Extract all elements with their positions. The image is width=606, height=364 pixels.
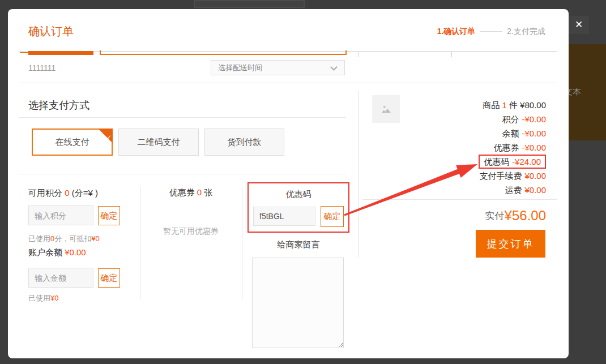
summary-label: 支付手续费 bbox=[479, 171, 522, 181]
total-line: 实付¥56.00 bbox=[359, 208, 546, 224]
coupon-header: 优惠券 0 张 bbox=[140, 187, 242, 198]
points-label: 可用积分 bbox=[28, 188, 62, 198]
pay-method-cod-label: 货到付款 bbox=[228, 137, 262, 147]
step-confirm-order: 1.确认订单 bbox=[437, 27, 476, 36]
summary-value: ¥0.00 bbox=[524, 171, 546, 181]
delivery-time-placeholder: 选择配送时间 bbox=[218, 63, 262, 72]
payment-section-title: 选择支付方式 bbox=[28, 99, 89, 112]
pay-method-cod[interactable]: 货到付款 bbox=[204, 129, 284, 156]
balance-used-note: 已使用¥0 bbox=[28, 293, 58, 303]
coupon-code-input[interactable] bbox=[253, 207, 315, 226]
column-divider bbox=[242, 187, 242, 300]
payment-tabs-divider bbox=[19, 174, 346, 174]
total-value: ¥56.00 bbox=[505, 208, 546, 223]
balance-label-line: 账户余额 ¥0.00 bbox=[28, 247, 86, 258]
goods-price: ¥80.00 bbox=[520, 100, 546, 110]
merchant-message-textarea[interactable] bbox=[252, 258, 344, 348]
summary-row-goods: 商品 1 件 ¥80.00 bbox=[359, 98, 546, 112]
coupon-label: 优惠券 bbox=[169, 187, 195, 197]
points-label-line: 可用积分 0 (分=¥ ) bbox=[28, 188, 98, 199]
summary-divider bbox=[362, 199, 557, 200]
points-confirm-button[interactable]: 确定 bbox=[98, 206, 120, 225]
section-divider bbox=[19, 83, 557, 83]
selected-corner-badge: ✓ bbox=[98, 129, 113, 143]
points-available: 0 bbox=[65, 188, 69, 198]
summary-row: 运费¥0.00 bbox=[359, 183, 546, 197]
step-divider bbox=[480, 31, 502, 32]
points-used-mid: 分，可抵扣 bbox=[54, 234, 91, 243]
check-icon: ✓ bbox=[106, 134, 112, 141]
goods-label: 商品 bbox=[483, 100, 500, 110]
coupon-code-confirm-button[interactable]: 确定 bbox=[321, 206, 344, 227]
balance-label: 账户余额 bbox=[28, 247, 62, 257]
summary-row: 积分-¥0.00 bbox=[359, 112, 546, 126]
order-number-text: 1111111 bbox=[28, 63, 56, 72]
summary-label: 积分 bbox=[502, 114, 519, 124]
table-column-separator bbox=[359, 52, 359, 57]
summary-value: -¥24.00 bbox=[512, 157, 541, 166]
summary-value: ¥0.00 bbox=[524, 185, 546, 195]
balance-amount: ¥0.00 bbox=[65, 247, 86, 257]
summary-row: 余额-¥0.00 bbox=[359, 126, 546, 140]
annotation-rect-coupon-code-row: 优惠码-¥24.00 bbox=[479, 155, 546, 169]
balance-used-prefix: 已使用 bbox=[28, 294, 50, 302]
pay-method-online[interactable]: 在线支付 ✓ bbox=[32, 129, 113, 156]
coupon-unit: 张 bbox=[204, 187, 212, 197]
checkout-steps: 1.确认订单2.支付完成 bbox=[437, 27, 545, 37]
coupon-count: 0 bbox=[197, 187, 202, 197]
scrolled-orange-button-bottom bbox=[28, 51, 93, 55]
coupon-empty-text: 暂无可用优惠券 bbox=[140, 226, 242, 237]
submit-order-button[interactable]: 提交订单 bbox=[476, 230, 545, 258]
goods-unit: 件 bbox=[509, 100, 518, 110]
close-icon: ✕ bbox=[575, 19, 583, 30]
scrolled-orange-box-bottom bbox=[100, 50, 347, 55]
table-column-separator bbox=[451, 52, 452, 57]
delivery-time-select[interactable]: 选择配送时间 bbox=[211, 60, 345, 75]
pay-method-qrcode[interactable]: 二维码支付 bbox=[118, 129, 199, 156]
balance-input[interactable] bbox=[28, 268, 93, 288]
goods-count: 1 bbox=[502, 100, 506, 110]
summary-value: -¥0.00 bbox=[522, 114, 546, 124]
merchant-message-title: 给商家留言 bbox=[247, 239, 349, 250]
pay-method-online-label: 在线支付 bbox=[56, 137, 89, 147]
coupon-code-title: 优惠码 bbox=[247, 189, 349, 200]
summary-label: 优惠码 bbox=[484, 157, 509, 166]
payment-title-underline bbox=[19, 117, 346, 118]
summary-label: 运费 bbox=[505, 185, 522, 195]
points-used-amount: ¥0 bbox=[91, 234, 99, 243]
step-payment-complete: 2.支付完成 bbox=[507, 27, 545, 36]
chevron-down-icon bbox=[330, 63, 338, 71]
balance-used-amount: ¥0 bbox=[50, 294, 58, 302]
confirm-order-modal: 确认订单 1.确认订单2.支付完成 1111111 选择配送时间 选择支付方式 … bbox=[8, 9, 569, 358]
column-divider bbox=[140, 187, 140, 300]
total-label: 实付 bbox=[485, 211, 505, 221]
summary-row: 支付手续费¥0.00 bbox=[359, 169, 546, 183]
summary-label: 优惠券 bbox=[493, 143, 519, 152]
points-used-note: 已使用0分，可抵扣¥0 bbox=[28, 234, 100, 244]
scrolled-orange-edge bbox=[20, 52, 28, 53]
summary-row-coupon-code: 优惠码-¥24.00 bbox=[359, 155, 546, 169]
summary-value: -¥0.00 bbox=[522, 129, 546, 138]
summary-label: 余额 bbox=[502, 129, 519, 138]
points-input[interactable] bbox=[28, 205, 93, 225]
balance-confirm-button[interactable]: 确定 bbox=[98, 268, 120, 288]
summary-value: -¥0.00 bbox=[522, 143, 546, 152]
summary-row: 优惠券-¥0.00 bbox=[359, 140, 546, 155]
page-title: 确认订单 bbox=[28, 24, 74, 39]
points-rate-note: (分=¥ ) bbox=[72, 188, 98, 198]
points-used-prefix: 已使用 bbox=[28, 234, 50, 243]
background-dimmed-box bbox=[194, 0, 305, 8]
close-button[interactable]: ✕ bbox=[569, 16, 589, 34]
order-summary: 商品 1 件 ¥80.00 积分-¥0.00 余额-¥0.00 优惠券-¥0.0… bbox=[359, 98, 546, 197]
pay-method-qrcode-label: 二维码支付 bbox=[138, 137, 180, 147]
